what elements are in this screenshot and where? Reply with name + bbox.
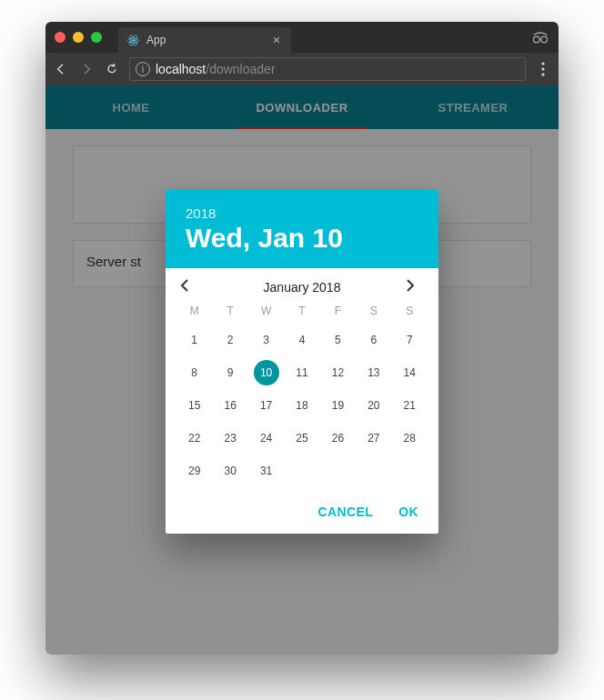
calendar-day[interactable]: 16 [212, 390, 247, 421]
calendar-day[interactable]: 17 [248, 390, 284, 421]
calendar-day[interactable]: 24 [248, 423, 284, 454]
weekday-header: M [176, 299, 212, 323]
date-picker-dialog: 2018 Wed, Jan 10 January 2018 MTWTFSS123… [166, 189, 438, 534]
calendar-day[interactable]: 30 [212, 455, 247, 486]
page-content: HOME DOWNLOADER STREAMER Server st 2018 … [45, 85, 559, 655]
ok-button[interactable]: OK [398, 505, 418, 519]
calendar-day[interactable]: 13 [356, 357, 391, 388]
calendar-day[interactable]: 11 [284, 357, 319, 388]
selected-date-display[interactable]: Wed, Jan 10 [186, 223, 418, 254]
svg-point-8 [541, 73, 544, 75]
browser-tab-app[interactable]: App × [118, 27, 291, 53]
weekday-header: S [356, 299, 391, 323]
calendar-day[interactable]: 22 [176, 423, 212, 454]
url-input[interactable]: i localhost/downloader [129, 57, 526, 81]
calendar-grid: MTWTFSS123456789101112131415161718192021… [166, 299, 438, 492]
selected-year[interactable]: 2018 [186, 205, 418, 221]
maximize-window-button[interactable] [91, 32, 102, 43]
calendar-day[interactable]: 26 [320, 423, 356, 454]
calendar-day[interactable]: 7 [392, 325, 428, 355]
calendar-day[interactable]: 18 [284, 390, 319, 421]
close-tab-icon[interactable]: × [269, 33, 284, 47]
info-icon[interactable]: i [136, 62, 150, 76]
reload-button[interactable] [104, 62, 120, 76]
calendar-day[interactable]: 28 [392, 423, 428, 454]
browser-menu-button[interactable] [535, 62, 551, 76]
calendar-day[interactable]: 20 [356, 390, 391, 421]
calendar-day[interactable]: 1 [176, 325, 212, 355]
incognito-icon [531, 31, 549, 44]
calendar-day[interactable]: 4 [284, 325, 319, 355]
calendar-day[interactable]: 25 [284, 423, 319, 454]
traffic-lights [55, 32, 102, 43]
calendar-day[interactable]: 15 [176, 390, 212, 421]
calendar-day[interactable]: 8 [176, 357, 212, 388]
calendar-day[interactable]: 19 [320, 390, 356, 421]
weekday-header: T [284, 299, 319, 323]
back-button[interactable] [53, 62, 69, 76]
month-label: January 2018 [264, 280, 341, 295]
react-favicon-icon [126, 33, 140, 47]
svg-point-0 [132, 39, 135, 42]
date-picker-header: 2018 Wed, Jan 10 [166, 189, 438, 268]
calendar-day[interactable]: 21 [392, 390, 428, 421]
prev-month-button[interactable] [180, 279, 198, 295]
url-host: localhost [156, 62, 206, 76]
forward-button[interactable] [78, 62, 95, 76]
weekday-header: S [392, 299, 428, 323]
url-path: /downloader [206, 62, 275, 76]
window-titlebar: App × [45, 22, 559, 53]
calendar-day[interactable]: 3 [248, 325, 284, 355]
date-picker-actions: CANCEL OK [166, 492, 438, 534]
calendar-day[interactable]: 23 [212, 423, 247, 454]
calendar-day[interactable]: 27 [356, 423, 391, 454]
calendar-day[interactable]: 6 [356, 325, 391, 355]
browser-window: App × i localhost/downloader [45, 22, 559, 655]
date-picker-nav: January 2018 [166, 268, 438, 299]
calendar-day[interactable]: 2 [212, 325, 247, 355]
weekday-header: T [212, 299, 247, 323]
svg-point-6 [541, 62, 544, 65]
calendar-day[interactable]: 12 [320, 357, 356, 388]
calendar-day[interactable]: 14 [392, 357, 428, 388]
calendar-day[interactable]: 10 [248, 357, 284, 388]
minimize-window-button[interactable] [73, 32, 84, 43]
weekday-header: F [320, 299, 356, 323]
cancel-button[interactable]: CANCEL [317, 505, 373, 519]
calendar-day[interactable]: 9 [212, 357, 247, 388]
calendar-day[interactable]: 31 [248, 455, 284, 486]
svg-point-7 [541, 67, 544, 70]
calendar-day[interactable]: 29 [176, 455, 212, 486]
close-window-button[interactable] [55, 32, 65, 43]
browser-tab-title: App [146, 34, 166, 46]
next-month-button[interactable] [406, 279, 424, 295]
browser-tab-strip: App × [118, 22, 291, 53]
calendar-day[interactable]: 5 [320, 325, 356, 355]
svg-point-4 [534, 36, 540, 43]
weekday-header: W [248, 299, 284, 323]
address-bar: i localhost/downloader [45, 53, 559, 85]
svg-point-5 [541, 36, 548, 43]
